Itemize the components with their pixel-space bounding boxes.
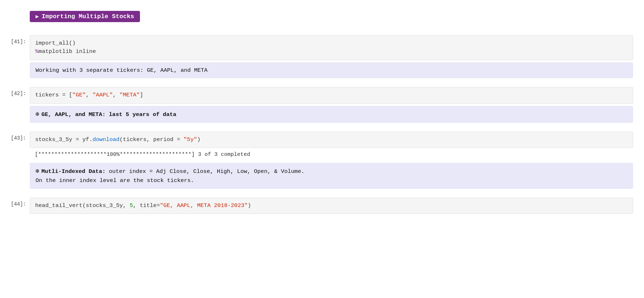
cell-row-42: [42]: tickers = ["GE", "AAPL", "META"]: [11, 87, 633, 103]
bullet-icon-43: ⊕: [36, 168, 39, 175]
infobox-line2: On the inner index level are the stock t…: [36, 176, 627, 185]
code-line: tickers = ["GE", "AAPL", "META"]: [35, 91, 628, 99]
func-download: download: [92, 136, 119, 143]
cell-output-42: ⊕GE, AAPL, and META: last 5 years of dat…: [11, 106, 633, 125]
cell-output-infobox-43: ⊕Mutli-Indexed Data: outer index = Adj C…: [11, 163, 633, 191]
code-text: head_tail_vert(stocks_3_5y,: [35, 202, 129, 209]
infobox-line1: ⊕Mutli-Indexed Data: outer index = Adj C…: [36, 166, 627, 176]
string-title: "GE, AAPL, META 2018-2023": [160, 202, 248, 209]
code-line: head_tail_vert(stocks_3_5y, 5, title="GE…: [35, 202, 628, 210]
cell-row-41: [41]: import_all() %matplotlib inline: [11, 35, 633, 60]
output-progress-43: [*********************100%**************…: [30, 150, 255, 161]
code-line: stocks_3_5y = yf.download(tickers, perio…: [35, 136, 628, 144]
code-text: ,: [113, 92, 120, 98]
cell-output-text-43: [*********************100%**************…: [11, 150, 633, 161]
code-text: ,: [86, 92, 93, 98]
output-infobox-43: ⊕Mutli-Indexed Data: outer index = Adj C…: [30, 163, 633, 189]
code-text: (tickers, period =: [120, 136, 184, 143]
cell-input-44[interactable]: head_tail_vert(stocks_3_5y, 5, title="GE…: [30, 198, 633, 214]
section-title: Importing Multiple Stocks: [42, 13, 134, 20]
code-text: matplotlib inline: [38, 48, 96, 55]
cell-number-41: [41]:: [11, 35, 30, 45]
output-text-41: Working with 3 separate tickers: GE, AAP…: [36, 67, 207, 74]
notebook-container: ▶ Importing Multiple Stocks [41]: import…: [0, 7, 644, 224]
code-text: ): [197, 136, 201, 143]
string-meta: "META": [120, 92, 140, 98]
cell-input-43[interactable]: stocks_3_5y = yf.download(tickers, perio…: [30, 132, 633, 148]
code-line: %matplotlib inline: [35, 47, 628, 56]
cell-output-41: Working with 3 separate tickers: GE, AAP…: [11, 62, 633, 81]
section-arrow: ▶: [36, 13, 39, 20]
section-header: ▶ Importing Multiple Stocks: [30, 11, 140, 22]
num-5: 5: [129, 202, 133, 209]
output-infobox-41: Working with 3 separate tickers: GE, AAP…: [30, 62, 633, 79]
infobox-bold: Mutli-Indexed Data:: [41, 168, 106, 175]
code-text: import_all(): [35, 40, 76, 46]
code-text: stocks_3_5y = yf.: [35, 136, 92, 143]
cell-input-42[interactable]: tickers = ["GE", "AAPL", "META"]: [30, 87, 633, 103]
code-text: ]: [140, 92, 143, 98]
code-text: ): [248, 202, 251, 209]
code-line: import_all(): [35, 39, 628, 47]
cell-row-44: [44]: head_tail_vert(stocks_3_5y, 5, tit…: [11, 198, 633, 214]
string-aapl: "AAPL": [92, 92, 113, 98]
magic-percent: %: [35, 48, 38, 55]
string-5y: "5y": [183, 136, 197, 143]
output-infobox-42: ⊕GE, AAPL, and META: last 5 years of dat…: [30, 106, 633, 123]
string-ge: "GE": [72, 92, 86, 98]
cell-number-43: [43]:: [11, 132, 30, 141]
infobox-line1-text: outer index = Adj Close, Close, High, Lo…: [106, 168, 305, 175]
cell-number-42: [42]:: [11, 87, 30, 96]
code-text: , title=: [133, 202, 160, 209]
code-text: tickers = [: [35, 92, 72, 98]
bullet-icon-42: ⊕: [36, 111, 39, 118]
cell-row-43: [43]: stocks_3_5y = yf.download(tickers,…: [11, 132, 633, 148]
output-bold-text-42: GE, AAPL, and META: last 5 years of data: [41, 111, 176, 118]
cell-input-41[interactable]: import_all() %matplotlib inline: [30, 35, 633, 60]
cell-number-44: [44]:: [11, 198, 30, 207]
